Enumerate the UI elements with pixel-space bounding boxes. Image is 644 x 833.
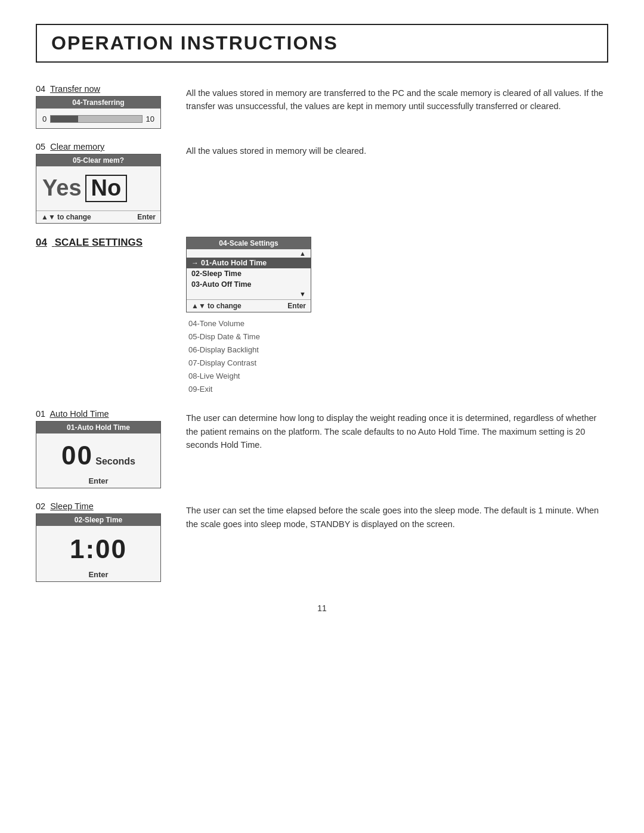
scale-settings-section: 04 SCALE SETTINGS 04-Scale Settings ▲ → … bbox=[36, 237, 608, 397]
submenu-item-07: 07-Display Contrast bbox=[188, 357, 608, 370]
clear-memory-num: 05 Clear memory bbox=[36, 142, 167, 151]
sleep-time-device-body: 1:00 bbox=[36, 526, 160, 568]
yes-label: Yes bbox=[42, 176, 82, 199]
submenu-item-09: 09-Exit bbox=[188, 383, 608, 396]
sleep-time-num: 02 Sleep Time bbox=[36, 501, 167, 511]
sleep-time-section: 02 Sleep Time 02-Sleep Time 1:00 Enter T… bbox=[36, 501, 608, 582]
progress-bar bbox=[50, 115, 142, 123]
submenu-item-06: 06-Display Backlight bbox=[188, 343, 608, 357]
transfer-device-header: 04-Transferring bbox=[36, 97, 160, 109]
auto-hold-time-enter: Enter bbox=[36, 474, 160, 488]
auto-hold-time-device-box: 01-Auto Hold Time 00 Seconds Enter bbox=[36, 421, 161, 488]
selected-arrow-icon: → bbox=[191, 259, 199, 267]
transfer-progress-row: 0 10 bbox=[42, 114, 154, 123]
submenu-list: 04-Tone Volume 05-Disp Date & Time 06-Di… bbox=[186, 317, 608, 397]
clear-memory-left: 05 Clear memory 05-Clear mem? Yes No ▲▼ … bbox=[36, 142, 167, 224]
page-title: OPERATION INSTRUCTIONS bbox=[51, 32, 593, 54]
footer-enter-label: Enter bbox=[137, 213, 156, 221]
no-label: No bbox=[85, 175, 128, 202]
sleep-time-value: 1:00 bbox=[70, 534, 127, 563]
clear-memory-device-header: 05-Clear mem? bbox=[36, 154, 160, 166]
clear-memory-device-body: Yes No bbox=[36, 166, 160, 210]
page-number: 11 bbox=[36, 603, 608, 613]
submenu-item-05: 05-Disp Date & Time bbox=[188, 330, 608, 343]
auto-hold-time-section: 01 Auto Hold Time 01-Auto Hold Time 00 S… bbox=[36, 409, 608, 488]
scale-settings-menu-box: 04-Scale Settings ▲ → 01-Auto Hold Time … bbox=[186, 237, 311, 312]
auto-hold-time-value: 00 bbox=[61, 441, 93, 470]
scale-settings-right: 04-Scale Settings ▲ → 01-Auto Hold Time … bbox=[186, 237, 608, 397]
scale-settings-left: 04 SCALE SETTINGS bbox=[36, 237, 167, 397]
auto-hold-time-device-header: 01-Auto Hold Time bbox=[36, 422, 160, 433]
transfer-now-num: 04 Transfer now bbox=[36, 84, 167, 94]
scroll-up-icon: ▲ bbox=[187, 249, 311, 258]
transfer-now-section: 04 Transfer now 04-Transferring 0 10 All… bbox=[36, 84, 608, 129]
clear-memory-device-box: 05-Clear mem? Yes No ▲▼ to change Enter bbox=[36, 154, 161, 224]
sleep-time-left: 02 Sleep Time 02-Sleep Time 1:00 Enter bbox=[36, 501, 167, 582]
progress-bar-fill bbox=[51, 116, 78, 122]
auto-hold-time-left: 01 Auto Hold Time 01-Auto Hold Time 00 S… bbox=[36, 409, 167, 488]
footer-change-label: ▲▼ to change bbox=[41, 213, 91, 221]
transfer-now-description: All the values stored in memory are tran… bbox=[186, 84, 608, 113]
scroll-down-icon: ▼ bbox=[187, 290, 311, 298]
sleep-time-device-box: 02-Sleep Time 1:00 Enter bbox=[36, 513, 161, 582]
sleep-time-enter: Enter bbox=[36, 568, 160, 581]
clear-memory-section: 05 Clear memory 05-Clear mem? Yes No ▲▼ … bbox=[36, 142, 608, 224]
yes-no-row: Yes No bbox=[42, 175, 154, 202]
auto-hold-time-device-body: 00 Seconds bbox=[36, 433, 160, 474]
submenu-item-04: 04-Tone Volume bbox=[188, 317, 608, 330]
submenu-item-08: 08-Live Weight bbox=[188, 370, 608, 383]
menu-item-auto-off: 03-Auto Off Time bbox=[187, 279, 311, 290]
sleep-time-description: The user can set the time elapsed before… bbox=[186, 501, 608, 531]
auto-hold-time-num: 01 Auto Hold Time bbox=[36, 409, 167, 419]
transfer-now-left: 04 Transfer now 04-Transferring 0 10 bbox=[36, 84, 167, 129]
menu-footer-change: ▲▼ to change bbox=[191, 302, 242, 310]
progress-start: 0 bbox=[42, 114, 47, 123]
menu-item-sleep-time: 02-Sleep Time bbox=[187, 268, 311, 279]
transfer-device-body: 0 10 bbox=[36, 109, 160, 128]
menu-item-auto-hold: → 01-Auto Hold Time bbox=[187, 258, 311, 268]
scale-settings-menu-footer: ▲▼ to change Enter bbox=[187, 299, 311, 312]
menu-footer-enter: Enter bbox=[287, 302, 306, 310]
scale-settings-heading: 04 SCALE SETTINGS bbox=[36, 237, 167, 249]
transfer-device-box: 04-Transferring 0 10 bbox=[36, 96, 161, 129]
scale-settings-menu-header: 04-Scale Settings bbox=[187, 237, 311, 249]
clear-memory-description: All the values stored in memory will be … bbox=[186, 142, 608, 157]
progress-end: 10 bbox=[146, 114, 154, 123]
seconds-label: Seconds bbox=[95, 456, 135, 466]
page-header: OPERATION INSTRUCTIONS bbox=[36, 24, 608, 63]
auto-hold-time-description: The user can determine how long to displ… bbox=[186, 409, 608, 451]
sleep-time-device-header: 02-Sleep Time bbox=[36, 514, 160, 526]
clear-memory-device-footer: ▲▼ to change Enter bbox=[36, 210, 160, 223]
